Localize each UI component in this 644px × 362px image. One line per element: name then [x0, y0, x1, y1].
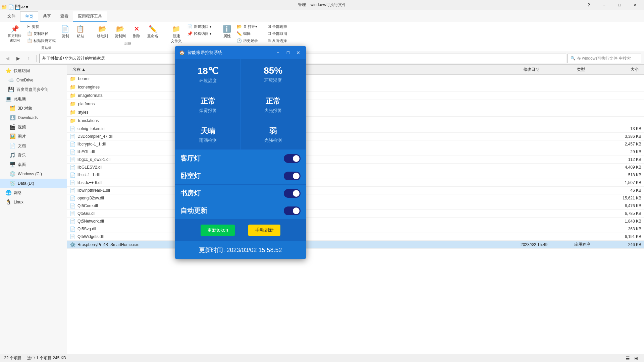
dropdown-icon[interactable]: ▾	[26, 4, 28, 10]
file-row[interactable]: 📄libwinpthread-1.dll 46 KB	[67, 187, 644, 194]
folder-icon: 📁	[70, 84, 76, 90]
sidebar-item-desktop[interactable]: 🖥️ 桌面	[0, 160, 67, 169]
sidebar-item-music[interactable]: 🎵 音乐	[0, 150, 67, 160]
copy-path-button[interactable]: 📋 复制路径	[25, 31, 57, 37]
file-row[interactable]: 📁imageformats	[67, 92, 644, 100]
file-row[interactable]: 📄libEGL.dll 29 KB	[67, 148, 644, 156]
paste-button[interactable]: 📋 粘贴	[73, 23, 87, 44]
file-row[interactable]: 📄Qt5Network.dll 1,848 KB	[67, 218, 644, 225]
panel-minimize-button[interactable]: －	[274, 49, 282, 56]
sidebar-item-baidu[interactable]: 💾 百度网盘同步空间	[0, 85, 67, 94]
file-row[interactable]: 📄libssl-1_1.dll 518 KB	[67, 171, 644, 179]
study-light-toggle[interactable]	[284, 189, 301, 198]
panel-maximize-button[interactable]: □	[284, 49, 292, 56]
copy-to-button[interactable]: 📂 复制到	[112, 23, 128, 40]
manual-refresh-button[interactable]: 手动刷新	[248, 225, 280, 236]
ribbon: 文件 主页 共享 查看 应用程序工具 📌 固定到快速访问 ✂ 剪切	[0, 10, 644, 52]
sidebar-item-network[interactable]: 🌐 网络	[0, 188, 67, 197]
new-folder-button[interactable]: 📁 新建文件夹	[168, 23, 184, 45]
tab-app-tools[interactable]: 应用程序工具	[73, 11, 107, 22]
copy-button[interactable]: 📄 复制	[58, 23, 72, 44]
sidebar-item-windows-c[interactable]: 💿 Windows (C:)	[0, 169, 67, 179]
living-room-light-toggle[interactable]	[284, 154, 301, 163]
file-row-exe[interactable]: ⚙️RraspberryPi_4B_SmartHome.exe 2023/3/2…	[67, 241, 644, 249]
sidebar-item-linux[interactable]: 🐧 Linux	[0, 197, 67, 207]
bedroom-light-toggle[interactable]	[284, 172, 301, 180]
tab-home[interactable]: 主页	[20, 11, 38, 22]
col-type[interactable]: 类型	[574, 65, 608, 74]
file-row[interactable]: 📄Qt5Gui.dll 6,785 KB	[67, 210, 644, 218]
ribbon-group-organize: 📂 移动到 📂 复制到 ✕ 删除 ✏️ 重命名	[92, 23, 164, 46]
undo-icon[interactable]: ↩	[21, 4, 25, 10]
sidebar-item-video[interactable]: 🎬 视频	[0, 122, 67, 132]
sidebar-label-windows-c: Windows (C:)	[18, 172, 42, 176]
sidebar-item-downloads[interactable]: ⬇️ Downloads	[0, 113, 67, 122]
tab-view[interactable]: 查看	[56, 11, 73, 22]
sidebar-item-pictures[interactable]: 🖼️ 图片	[0, 132, 67, 141]
file-row[interactable]: 📄D3Dcompiler_47.dll 3,386 KB	[67, 133, 644, 140]
invert-select-button[interactable]: ⊟ 反向选择	[266, 38, 288, 44]
select-all-button[interactable]: ☑ 全部选择	[266, 23, 288, 30]
file-row[interactable]: 📄libGLESV2.dll 4,409 KB	[67, 164, 644, 171]
new-item-button[interactable]: 📄 新建项目 ▾	[186, 23, 213, 30]
file-row[interactable]: 📄Qt5Widgets.dll 6,191 KB	[67, 233, 644, 241]
file-row[interactable]: 📄libstdc++-6.dll 1,507 KB	[67, 179, 644, 187]
file-row[interactable]: 📁translations	[67, 117, 644, 125]
paste-shortcut-button[interactable]: 📋 粘贴快捷方式	[25, 38, 57, 44]
large-icons-view-button[interactable]: ⊞	[633, 355, 640, 362]
details-view-button[interactable]: ☰	[624, 355, 631, 362]
sidebar-item-data-d[interactable]: 💿 Data (D:)	[0, 179, 67, 188]
update-token-button[interactable]: 更新token	[201, 225, 235, 236]
sidebar-item-onedrive[interactable]: ☁️ OneDrive	[0, 75, 67, 85]
sidebar-item-3d[interactable]: 🗂️ 3D 对象	[0, 104, 67, 113]
new-icon[interactable]: 📄	[8, 4, 14, 10]
history-button[interactable]: 🕐 历史记录	[235, 38, 259, 44]
help-button[interactable]: ?	[581, 0, 596, 10]
copy-icon: 📄	[61, 25, 69, 33]
open-button[interactable]: 📂 🖹 打开▾	[235, 23, 259, 30]
maximize-button[interactable]: □	[612, 0, 627, 10]
auto-update-toggle[interactable]	[284, 206, 301, 215]
search-bar[interactable]: 🔍 在 windows可执行文件 中搜索	[568, 54, 641, 63]
rain-label: 雨滴检测	[179, 137, 236, 143]
pin-button[interactable]: 📌 固定到快速访问	[5, 23, 24, 44]
save-icon[interactable]: 💾	[15, 4, 20, 10]
col-date[interactable]: 修改日期	[521, 65, 574, 74]
delete-button[interactable]: ✕ 删除	[130, 23, 143, 40]
sidebar-item-documents[interactable]: 📄 文档	[0, 141, 67, 150]
minimize-button[interactable]: －	[596, 0, 612, 10]
cut-button[interactable]: ✂ 剪切	[25, 23, 57, 30]
sidebar-item-this-pc[interactable]: 💻 此电脑	[0, 94, 67, 104]
col-size[interactable]: 大小	[608, 65, 641, 74]
file-row[interactable]: 📄Qt5Svg.dll 363 KB	[67, 225, 644, 233]
sensor-rain: 天晴 雨滴检测	[175, 120, 240, 149]
forward-button[interactable]: ▶	[13, 54, 23, 63]
file-row[interactable]: 📄opengl32sw.dll 15,621 KB	[67, 194, 644, 202]
sidebar-label-onedrive: OneDrive	[16, 78, 34, 82]
file-icon: 📄	[70, 172, 75, 178]
up-button[interactable]: ↑	[24, 54, 34, 63]
properties-button[interactable]: ℹ️ 属性	[220, 23, 234, 44]
tab-file[interactable]: 文件	[3, 11, 20, 22]
rename-button[interactable]: ✏️ 重命名	[145, 23, 161, 40]
file-row[interactable]: 📁platforms	[67, 100, 644, 108]
file-row[interactable]: 📁iconengines	[67, 83, 644, 92]
easy-access-button[interactable]: 📌 轻松访问 ▾	[186, 31, 213, 37]
file-row[interactable]: 📁bearer	[67, 75, 644, 83]
tab-manage[interactable]: 管理	[298, 2, 306, 7]
tab-share[interactable]: 共享	[38, 11, 56, 22]
deselect-all-button[interactable]: ☐ 全部取消	[266, 31, 288, 37]
file-row[interactable]: 📄libcrypto-1_1.dll 2,457 KB	[67, 140, 644, 148]
edit-button[interactable]: ✏️ 编辑	[235, 31, 259, 37]
move-to-button[interactable]: 📂 移动到	[94, 23, 111, 40]
tab-files[interactable]: windows可执行文件	[311, 2, 346, 7]
file-row[interactable]: 📄Qt5Core.dll 6,476 KB	[67, 202, 644, 210]
file-row[interactable]: 📄libgcc_s_dw2-1.dll 112 KB	[67, 156, 644, 164]
history-icon: 🕐	[236, 38, 242, 43]
file-row[interactable]: 📁styles	[67, 108, 644, 117]
close-button[interactable]: ✕	[627, 0, 643, 10]
panel-close-button[interactable]: ✕	[294, 49, 302, 56]
sidebar-item-quick-access[interactable]: ⭐ 快速访问	[0, 66, 67, 75]
back-button[interactable]: ◀	[3, 54, 12, 63]
file-row[interactable]: 📄cofnig_token.ini 13 KB	[67, 125, 644, 133]
